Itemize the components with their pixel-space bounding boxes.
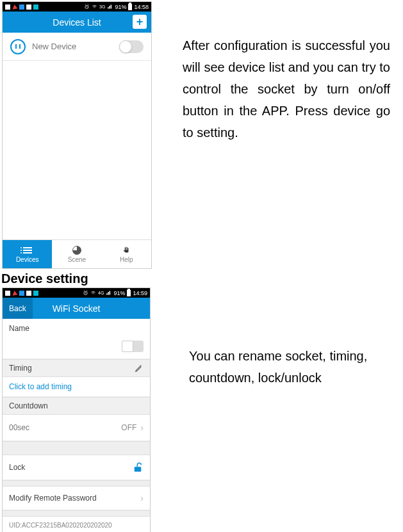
notif-icon bbox=[5, 4, 10, 10]
battery-percent: 91% bbox=[115, 4, 126, 10]
add-timing-link[interactable]: Click to add timing bbox=[3, 377, 150, 397]
back-button[interactable]: Back bbox=[3, 298, 33, 319]
list-icon bbox=[22, 246, 33, 255]
plus-icon: + bbox=[133, 15, 147, 29]
lock-row[interactable]: Lock bbox=[3, 455, 150, 480]
android-status-bar: 4G 91% 14:59 bbox=[3, 288, 150, 298]
section-gap bbox=[3, 480, 150, 487]
chevron-right-icon: › bbox=[140, 493, 144, 503]
timing-section-label: Timing bbox=[3, 359, 150, 377]
chevron-right-icon: › bbox=[140, 423, 144, 433]
svg-rect-2 bbox=[135, 467, 142, 472]
add-device-button[interactable]: + bbox=[132, 14, 147, 29]
countdown-value: 00sec bbox=[9, 423, 29, 432]
countdown-section-label: Countdown bbox=[3, 397, 150, 415]
notif-icon bbox=[19, 291, 24, 296]
section-gap bbox=[3, 441, 150, 455]
timing-label-text: Timing bbox=[9, 364, 32, 373]
header-title: WiFi Socket bbox=[53, 303, 101, 314]
outlet-icon bbox=[10, 39, 26, 54]
notif-icon bbox=[5, 291, 10, 296]
pie-icon bbox=[71, 246, 83, 255]
wifi-icon bbox=[90, 290, 96, 296]
app-header: Devices List + bbox=[3, 12, 151, 33]
notif-icon bbox=[19, 4, 24, 10]
name-toggle[interactable] bbox=[122, 341, 144, 352]
bottom-tab-bar: Devices Scene Help bbox=[3, 239, 151, 268]
wifi-icon bbox=[92, 4, 97, 10]
notif-icon bbox=[26, 291, 31, 296]
lock-label: Lock bbox=[9, 463, 25, 472]
notif-icon bbox=[33, 4, 38, 10]
doc-paragraph-2: You can rename socket, timing, countdown… bbox=[151, 286, 403, 389]
status-time: 14:59 bbox=[133, 290, 147, 296]
battery-percent: 91% bbox=[113, 290, 125, 296]
signal-icon bbox=[106, 290, 111, 296]
status-time: 14:58 bbox=[134, 4, 149, 10]
back-label: Back bbox=[9, 304, 26, 313]
device-power-toggle[interactable] bbox=[119, 40, 144, 53]
section-heading: Device setting bbox=[1, 271, 403, 286]
header-title: Devices List bbox=[53, 17, 101, 28]
notif-icon bbox=[12, 290, 17, 295]
uid-label: UID:ACCF23215BA0202020202020 bbox=[3, 517, 150, 532]
countdown-row[interactable]: 00sec OFF › bbox=[3, 415, 150, 441]
android-status-bar: 3G 91% 14:58 bbox=[3, 2, 151, 12]
alarm-icon bbox=[84, 4, 90, 10]
name-section-label: Name bbox=[3, 319, 150, 334]
network-type: 4G bbox=[98, 291, 104, 295]
name-input-row[interactable] bbox=[3, 334, 150, 359]
tab-scene[interactable]: Scene bbox=[52, 240, 101, 268]
notif-icon bbox=[12, 4, 17, 9]
section-gap bbox=[3, 510, 150, 517]
tab-label: Help bbox=[120, 256, 133, 263]
modify-password-label: Modify Remote Password bbox=[9, 494, 97, 503]
notif-icon bbox=[33, 291, 38, 296]
tab-label: Devices bbox=[16, 256, 39, 263]
unlock-icon bbox=[132, 462, 144, 473]
device-name-label: New Device bbox=[32, 42, 119, 51]
battery-icon bbox=[128, 4, 132, 10]
signal-icon bbox=[107, 4, 113, 10]
tab-label: Scene bbox=[68, 256, 86, 263]
countdown-state: OFF bbox=[121, 423, 136, 432]
pencil-icon[interactable] bbox=[135, 364, 144, 373]
doc-paragraph-1: After configuration is successful you wi… bbox=[152, 1, 403, 143]
hand-icon bbox=[120, 246, 132, 255]
app-header: Back WiFi Socket bbox=[3, 298, 150, 319]
screenshot-devices-list: 3G 91% 14:58 Devices List + New Device bbox=[2, 1, 152, 269]
tab-devices[interactable]: Devices bbox=[3, 240, 52, 268]
network-type: 3G bbox=[99, 4, 105, 9]
notif-icon bbox=[26, 4, 31, 10]
tab-help[interactable]: Help bbox=[102, 240, 151, 268]
screenshot-wifi-socket: 4G 91% 14:59 Back WiFi Socket Name bbox=[2, 287, 151, 532]
modify-password-row[interactable]: Modify Remote Password › bbox=[3, 487, 150, 510]
alarm-icon bbox=[83, 290, 88, 296]
device-list-item[interactable]: New Device bbox=[3, 33, 151, 61]
battery-icon bbox=[127, 290, 131, 296]
